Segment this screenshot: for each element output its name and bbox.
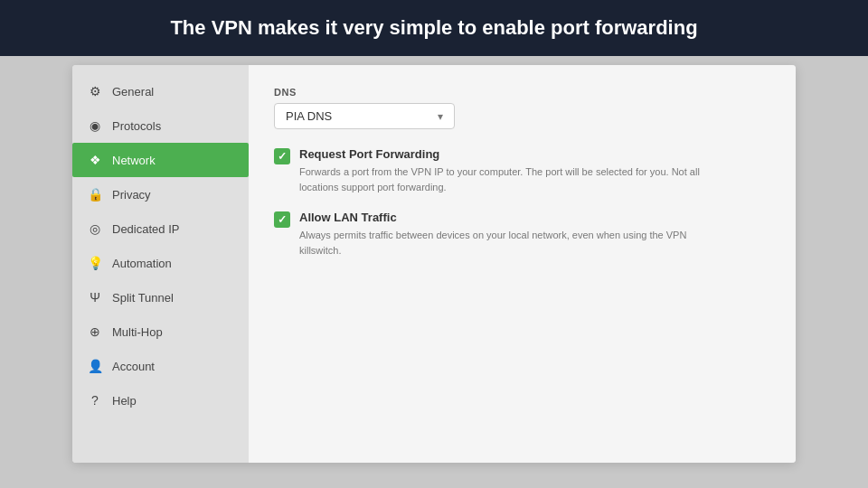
sidebar-item-multi-hop[interactable]: ⊕Multi-Hop (72, 314, 249, 349)
sidebar-item-split-tunnel-label: Split Tunnel (112, 291, 174, 305)
sidebar-item-account[interactable]: 👤Account (72, 349, 249, 383)
checkbox-port-forwarding[interactable] (274, 148, 290, 164)
sidebar-item-dedicated-ip-label: Dedicated IP (112, 222, 179, 236)
dedicated-ip-icon: ◎ (87, 221, 103, 237)
dns-label: DNS (274, 87, 770, 98)
sidebar-item-protocols-label: Protocols (112, 119, 161, 133)
sidebar-item-network-label: Network (112, 154, 156, 167)
option-row-port-forwarding: Request Port ForwardingForwards a port f… (274, 147, 770, 194)
split-tunnel-icon: Ψ (87, 289, 103, 305)
sidebar-item-general-label: General (112, 85, 154, 99)
sidebar-item-protocols[interactable]: ◉Protocols (72, 108, 249, 143)
sidebar-item-dedicated-ip[interactable]: ◎Dedicated IP (72, 211, 249, 246)
privacy-icon: 🔒 (87, 186, 103, 202)
option-row-lan-traffic: Allow LAN TrafficAlways permits traffic … (274, 211, 770, 258)
sidebar-item-automation[interactable]: 💡Automation (72, 246, 249, 280)
sidebar-item-automation-label: Automation (112, 257, 172, 270)
option-text-port-forwarding: Request Port ForwardingForwards a port f… (299, 147, 770, 194)
top-banner: The VPN makes it very simple to enable p… (0, 0, 868, 56)
general-icon: ⚙ (87, 83, 103, 99)
banner-text: The VPN makes it very simple to enable p… (170, 16, 697, 39)
sidebar-item-multi-hop-label: Multi-Hop (112, 325, 163, 339)
automation-icon: 💡 (87, 255, 103, 271)
chevron-down-icon: ▾ (438, 110, 443, 123)
sidebar-item-account-label: Account (112, 360, 155, 373)
app-container: ⚙General◉Protocols❖Network🔒Privacy◎Dedic… (72, 65, 796, 463)
help-icon: ? (87, 392, 103, 408)
sidebar-item-privacy-label: Privacy (112, 188, 151, 202)
sidebar-item-help[interactable]: ?Help (72, 383, 249, 418)
checkbox-lan-traffic[interactable] (274, 211, 290, 228)
multi-hop-icon: ⊕ (87, 324, 103, 340)
options-container: Request Port ForwardingForwards a port f… (274, 147, 770, 258)
main-content: DNS PIA DNS ▾ Request Port ForwardingFor… (249, 65, 796, 463)
sidebar-item-general[interactable]: ⚙General (72, 74, 249, 108)
sidebar-item-privacy[interactable]: 🔒Privacy (72, 177, 249, 211)
option-title-port-forwarding: Request Port Forwarding (299, 147, 770, 161)
dns-select[interactable]: PIA DNS ▾ (274, 103, 455, 129)
sidebar-item-split-tunnel[interactable]: ΨSplit Tunnel (72, 280, 249, 314)
sidebar-item-help-label: Help (112, 394, 137, 408)
option-desc-lan-traffic: Always permits traffic between devices o… (299, 228, 715, 258)
sidebar-item-network[interactable]: ❖Network (72, 143, 249, 177)
protocols-icon: ◉ (87, 117, 103, 134)
option-desc-port-forwarding: Forwards a port from the VPN IP to your … (299, 164, 715, 194)
option-text-lan-traffic: Allow LAN TrafficAlways permits traffic … (299, 211, 770, 258)
account-icon: 👤 (87, 358, 103, 374)
sidebar: ⚙General◉Protocols❖Network🔒Privacy◎Dedic… (72, 65, 249, 463)
dns-select-text: PIA DNS (286, 109, 438, 123)
option-title-lan-traffic: Allow LAN Traffic (299, 211, 770, 224)
network-icon: ❖ (87, 152, 103, 168)
